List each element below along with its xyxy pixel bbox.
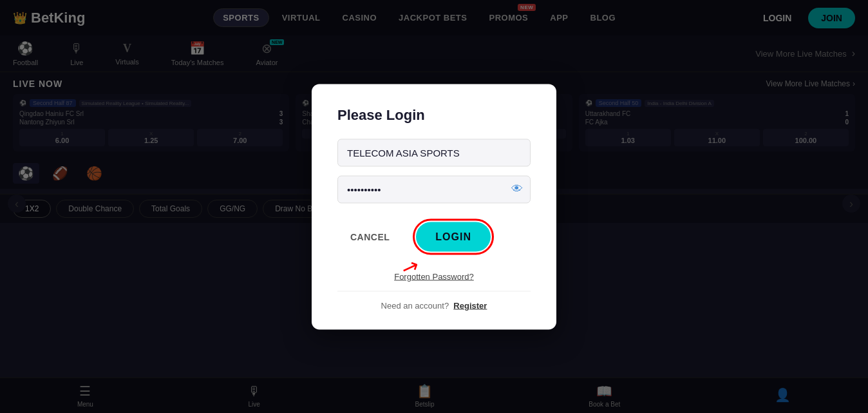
cancel-button[interactable]: CANCEL <box>337 225 402 248</box>
need-account-text: Need an account? <box>381 300 449 310</box>
login-modal-button[interactable]: LOGIN <box>416 222 491 251</box>
forgotten-password-link[interactable]: Forgotten Password? <box>337 270 531 282</box>
modal-actions: CANCEL LOGIN ↗ <box>337 218 531 255</box>
toggle-password-icon[interactable]: 👁 <box>511 182 523 196</box>
register-row: Need an account? Register <box>337 291 531 310</box>
username-input[interactable] <box>337 139 531 166</box>
login-modal: Please Login 👁 CANCEL LOGIN ↗ Forgotten … <box>312 84 556 329</box>
password-input[interactable] <box>337 175 531 203</box>
login-button-highlight: LOGIN <box>413 218 494 255</box>
register-link[interactable]: Register <box>453 300 487 310</box>
password-wrapper: 👁 <box>337 175 531 203</box>
modal-title: Please Login <box>337 106 531 123</box>
